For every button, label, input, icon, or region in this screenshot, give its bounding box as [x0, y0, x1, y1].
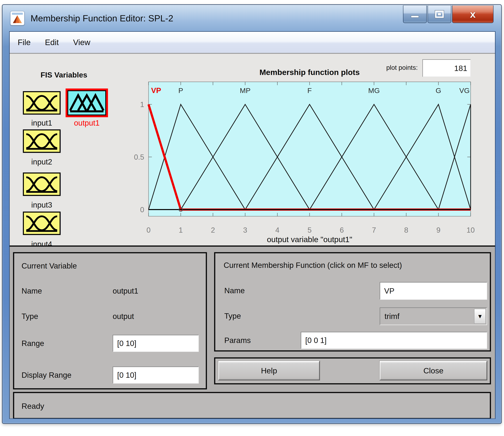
svg-text:1: 1 [179, 226, 183, 234]
x-axis-label: output variable "output1" [209, 235, 410, 244]
svg-text:0.5: 0.5 [134, 153, 144, 161]
chevron-down-icon[interactable]: ▼ [474, 309, 486, 324]
svg-text:P: P [178, 86, 183, 94]
svg-text:2: 2 [211, 226, 215, 234]
menu-edit[interactable]: Edit [42, 37, 62, 48]
variable-label-input2[interactable]: input2 [23, 158, 61, 166]
matlab-app-icon [10, 11, 25, 25]
close-icon: x [470, 9, 476, 19]
mf-name-label: Name [224, 286, 245, 295]
svg-text:1: 1 [140, 100, 144, 109]
mf-type-dropdown[interactable]: trimf ▼ [380, 307, 487, 325]
variable-icon-input2[interactable] [23, 130, 61, 153]
variable-label-input3[interactable]: input3 [23, 201, 61, 209]
menu-view[interactable]: View [70, 37, 93, 48]
range-input[interactable] [113, 335, 199, 352]
help-button[interactable]: Help [218, 361, 320, 380]
variable-icon-output1-selected[interactable] [67, 90, 106, 116]
fis-variables-heading: FIS Variables [21, 71, 107, 79]
variable-icon-input1[interactable] [23, 91, 61, 115]
menu-file[interactable]: File [15, 37, 34, 48]
variable-icon-input3[interactable] [23, 173, 61, 196]
trimf-curves-icon [68, 91, 105, 115]
maximize-button[interactable] [428, 5, 451, 23]
variable-label-output1[interactable]: output1 [67, 119, 106, 127]
svg-text:7: 7 [372, 226, 376, 234]
svg-text:4: 4 [275, 226, 279, 234]
mf-type-label: Type [224, 311, 241, 320]
svg-text:VP: VP [151, 86, 161, 95]
current-variable-panel: Current Variable Name output1 Type outpu… [13, 252, 207, 390]
svg-text:MP: MP [240, 86, 251, 94]
client-area: File Edit View FIS Variables input1 [9, 31, 495, 419]
svg-text:VG: VG [459, 86, 470, 94]
svg-text:G: G [436, 86, 441, 94]
figure-lower-region: Current Variable Name output1 Type outpu… [10, 245, 495, 419]
current-variable-heading: Current Variable [22, 261, 77, 270]
variable-icon-input4[interactable] [23, 212, 61, 235]
cv-name-label: Name [22, 286, 42, 295]
variable-label-input4[interactable]: input4 [23, 240, 61, 245]
maximize-icon [435, 10, 444, 18]
svg-text:F: F [307, 86, 312, 94]
cv-range-label: Range [22, 339, 44, 348]
current-mf-heading: Current Membership Function (click on MF… [224, 261, 402, 270]
mf-name-input[interactable] [380, 282, 487, 300]
buttons-panel: Help Close [214, 357, 491, 384]
minimize-icon [411, 16, 419, 18]
cv-display-range-label: Display Range [22, 371, 72, 380]
svg-text:5: 5 [307, 226, 312, 234]
svg-text:8: 8 [404, 226, 408, 234]
window-caption-buttons: x [403, 5, 494, 23]
mf-curves-icon [24, 213, 60, 234]
status-bar: Ready [13, 392, 491, 419]
figure-upper-region: FIS Variables input1 input2 [10, 55, 495, 245]
mf-plot-canvas[interactable]: 01234567891000.51VPPMPFMGGVG [127, 76, 484, 245]
svg-text:MG: MG [368, 86, 380, 94]
mf-curves-icon [24, 92, 60, 113]
cv-type-label: Type [22, 312, 38, 321]
status-text: Ready [22, 401, 44, 411]
svg-text:6: 6 [340, 226, 344, 234]
minimize-button[interactable] [403, 5, 427, 23]
mf-params-label: Params [224, 336, 251, 345]
display-range-input[interactable] [113, 367, 199, 384]
svg-text:0: 0 [146, 226, 151, 234]
plot-points-label: plot points: [359, 64, 418, 71]
mf-curves-icon [24, 174, 60, 195]
cv-type-value: output [113, 312, 134, 321]
menubar: File Edit View [10, 32, 495, 54]
cv-name-value: output1 [113, 286, 138, 295]
current-mf-panel: Current Membership Function (click on MF… [214, 252, 491, 352]
svg-text:9: 9 [436, 226, 441, 234]
mf-type-value: trimf [380, 312, 474, 321]
mf-params-input[interactable] [301, 332, 487, 349]
svg-text:0: 0 [140, 205, 144, 214]
svg-text:10: 10 [467, 226, 475, 234]
svg-text:3: 3 [243, 226, 247, 234]
window-title: Membership Function Editor: SPL-2 [31, 13, 173, 23]
close-button[interactable]: Close [380, 361, 487, 380]
mf-curves-icon [24, 130, 60, 152]
plot-points-input[interactable] [423, 59, 471, 77]
window: Membership Function Editor: SPL-2 x File… [2, 4, 502, 424]
close-window-button[interactable]: x [452, 5, 494, 23]
variable-label-input1[interactable]: input1 [23, 119, 61, 127]
